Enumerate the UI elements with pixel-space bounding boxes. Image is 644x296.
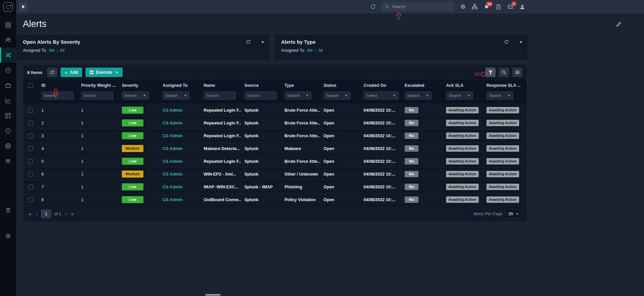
filter-input-priority_weight[interactable] [81, 91, 113, 100]
assigned-to-link[interactable]: CS Admin [163, 185, 182, 189]
assigned-to-link[interactable]: CS Admin [163, 197, 182, 202]
assigned-to-link[interactable]: CS Admin [163, 108, 182, 113]
sidebar-item-reports[interactable] [0, 93, 16, 108]
assigned-to-link[interactable]: CS Admin [163, 146, 182, 151]
product-apps-icon[interactable]: 1 [507, 4, 513, 10]
row-checkbox[interactable] [28, 108, 33, 113]
at-sign-icon: @ [6, 233, 11, 238]
filter-select-created_on[interactable]: Select▼ [364, 91, 399, 100]
column-header-source[interactable]: Source [241, 83, 281, 88]
column-header-severity[interactable]: Severity [118, 83, 159, 88]
table-row[interactable]: 41MediumCS AdminMalware Detecte...Splunk… [23, 142, 527, 155]
next-page-button[interactable]: › [64, 211, 67, 217]
sidebar-item-alerts[interactable] [0, 47, 16, 63]
filter-select-status[interactable]: Search▼ [324, 91, 350, 100]
table-row[interactable]: 71LowCS AdminIMAP -WIN-EXC...Splunk - IM… [23, 180, 527, 193]
table-row[interactable]: 11LowCS AdminRepeated Login F...SplunkBr… [23, 104, 527, 116]
sidebar-item-cases[interactable] [0, 78, 16, 93]
sidebar-item-apps[interactable] [0, 108, 16, 123]
table-row[interactable]: 21LowCS AdminRepeated Login F...SplunkBr… [23, 116, 527, 129]
execute-button[interactable]: Execute ▼ [86, 68, 123, 77]
filter-select-response_sla[interactable]: Search▼ [486, 91, 513, 100]
row-checkbox[interactable] [28, 172, 33, 177]
prev-page-button[interactable]: ‹ [35, 211, 38, 217]
last-page-button[interactable]: » [70, 211, 74, 217]
org-hierarchy-icon[interactable] [472, 4, 478, 10]
sidebar-item-trash[interactable] [0, 202, 16, 218]
edit-page-icon[interactable] [616, 21, 622, 27]
cell-status: Open [320, 134, 360, 138]
table-row[interactable]: 31LowCS AdminRepeated Login F...SplunkBr… [23, 129, 527, 142]
sidebar-item-web[interactable] [0, 138, 16, 153]
table-row[interactable]: 61MediumCS AdminWIN-EP2 - Xml...SplunkOt… [23, 168, 527, 180]
first-page-button[interactable]: « [28, 211, 32, 217]
column-header-status[interactable]: Status [320, 83, 360, 88]
items-per-page-select[interactable]: 30 [505, 210, 522, 218]
global-search-input[interactable] [392, 4, 451, 9]
sidebar-item-automation[interactable] [0, 63, 16, 78]
assigned-to-link[interactable]: CS Admin [163, 134, 182, 138]
filter-input-id[interactable] [41, 91, 74, 100]
assigned-me-link[interactable]: Me [49, 48, 55, 53]
cell-created_on: 04/08/2022 10:... [360, 134, 401, 138]
assigned-all-link[interactable]: All [318, 48, 323, 53]
settings-gear-icon[interactable]: ⚙ [461, 4, 466, 10]
row-checkbox[interactable] [28, 197, 33, 202]
column-header-assigned_to[interactable]: Assigned To [159, 83, 200, 88]
app-logo[interactable] [3, 2, 13, 12]
sidebar-item-mentions[interactable]: @ [0, 228, 16, 243]
bottom-scroll-hint[interactable] [205, 294, 221, 296]
filter-select-type[interactable]: Search▼ [284, 91, 311, 100]
add-button[interactable]: +Add [61, 68, 82, 77]
table-row[interactable]: 51LowCS AdminRepeated Login F...SplunkBr… [23, 155, 527, 168]
sidebar-item-dashboard[interactable] [0, 17, 16, 32]
column-header-id[interactable]: ID [38, 83, 78, 88]
filter-select-assigned_to[interactable]: Search▼ [163, 91, 190, 100]
column-header-type[interactable]: Type [281, 83, 320, 88]
filter-select-severity[interactable]: Search▼ [122, 91, 149, 100]
column-header-priority_weight[interactable]: Priority Weight ... [78, 83, 118, 88]
column-header-response_sla[interactable]: Response SLA ... [483, 83, 527, 88]
row-checkbox[interactable] [28, 159, 33, 164]
assigned-to-link[interactable]: CS Admin [163, 159, 182, 164]
refresh-icon[interactable] [504, 39, 509, 44]
assigned-to-link[interactable]: CS Admin [163, 172, 182, 177]
row-checkbox[interactable] [28, 185, 33, 189]
global-search[interactable] [382, 2, 454, 11]
table-menu-button[interactable] [512, 68, 522, 77]
sidebar-item-teams[interactable] [0, 153, 16, 169]
column-header-escalated[interactable]: Escalated [401, 83, 443, 88]
user-profile-icon[interactable] [519, 4, 525, 10]
sidebar-item-users[interactable] [0, 32, 16, 47]
refresh-table-button[interactable] [47, 68, 57, 77]
filter-select-ack_sla[interactable]: Search▼ [446, 91, 473, 100]
filter-input-name[interactable] [204, 91, 236, 100]
sidebar-toggle-button[interactable] [19, 2, 28, 11]
select-all-checkbox[interactable] [28, 83, 33, 88]
current-page[interactable]: 1 [41, 210, 51, 218]
sidebar-item-threat-intel[interactable] [0, 123, 16, 138]
filter-input-source[interactable] [244, 91, 277, 100]
filter-button[interactable] [485, 68, 496, 77]
table-search-button[interactable] [499, 68, 509, 77]
assigned-to-link[interactable]: CS Admin [163, 121, 182, 125]
column-header-name[interactable]: Name [200, 83, 241, 88]
chevron-down-icon[interactable]: ▼ [261, 40, 265, 44]
cell-status: Open [320, 185, 360, 189]
notifications-bell-icon[interactable]: 13 [484, 4, 489, 10]
sync-status-icon[interactable] [370, 4, 376, 10]
assigned-all-link[interactable]: All [60, 48, 65, 53]
table-body: 11LowCS AdminRepeated Login F...SplunkBr… [23, 104, 527, 206]
filter-select-escalated[interactable]: Search▼ [405, 91, 432, 100]
assigned-me-link[interactable]: Me [307, 48, 313, 53]
table-row[interactable]: 81LowCS AdminOutBound Conne...SplunkPoli… [23, 193, 527, 206]
chevron-down-icon[interactable]: ▼ [519, 40, 523, 44]
row-checkbox[interactable] [28, 146, 33, 151]
chevron-down-icon: ▼ [115, 71, 118, 74]
row-checkbox[interactable] [28, 134, 33, 138]
tasks-clipboard-icon[interactable] [496, 4, 501, 10]
row-checkbox[interactable] [28, 121, 33, 125]
refresh-icon[interactable] [246, 39, 251, 44]
column-header-created_on[interactable]: Created On [360, 83, 401, 88]
column-header-ack_sla[interactable]: Ack SLA [443, 83, 483, 88]
